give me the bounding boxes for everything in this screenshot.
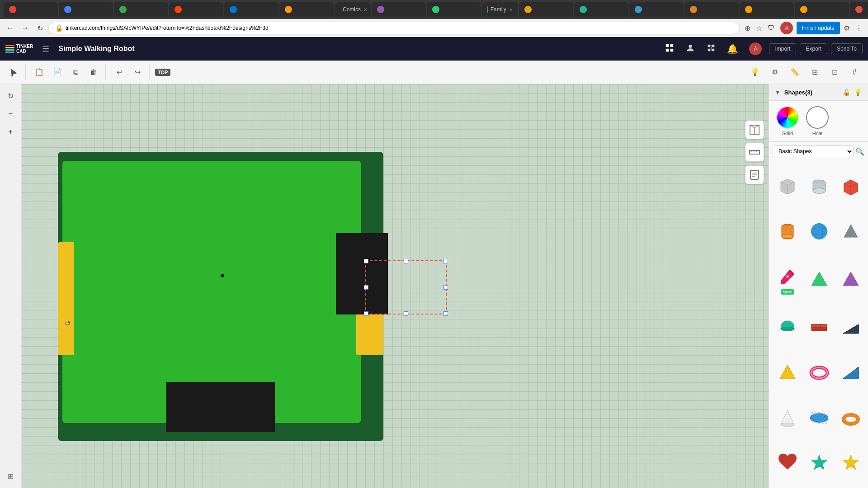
tab-amazon3[interactable] — [795, 2, 849, 17]
shape-item-pyramid-green[interactable] — [804, 255, 834, 305]
tab-amazon2[interactable] — [740, 2, 794, 17]
shape-item-cylinder-orange[interactable] — [773, 210, 802, 253]
shape-item-pyramid-purple[interactable] — [836, 255, 866, 305]
shapes-header-icons: 🔒 💡 — [842, 88, 863, 97]
handle-top-middle[interactable] — [404, 259, 408, 263]
grid-tool-button[interactable]: # — [846, 64, 863, 80]
handle-top-right[interactable] — [443, 259, 448, 263]
tab-3[interactable] — [114, 2, 168, 17]
profile-button[interactable]: A — [778, 20, 795, 36]
hole-option[interactable]: Hole — [806, 106, 829, 136]
collapse-shapes-button[interactable]: ▼ — [774, 89, 781, 96]
shape-item-torus-pink[interactable] — [804, 351, 834, 394]
selection-box[interactable] — [365, 260, 447, 314]
shape-item-torus-orange[interactable] — [836, 396, 866, 440]
shape-item-cylinder-gray[interactable] — [804, 165, 834, 208]
open-tab-button[interactable]: ⊕ — [743, 22, 752, 34]
duplicate-button[interactable]: ⧉ — [67, 64, 84, 80]
tab-family[interactable]: Family ✕ — [482, 2, 518, 17]
user-profile-button[interactable]: A — [745, 41, 765, 57]
shapes-category-dropdown[interactable]: Basic Shapes — [773, 145, 854, 157]
tab-9[interactable] — [427, 2, 481, 17]
shape-item-heart[interactable] — [773, 441, 802, 484]
handle-mid-right[interactable] — [443, 285, 448, 290]
tab-gmail[interactable] — [4, 2, 58, 17]
shape-item-sphere-blue[interactable] — [804, 210, 834, 253]
tab-11[interactable] — [519, 2, 573, 17]
shape-item-box-red[interactable] — [836, 165, 866, 208]
handle-top-left[interactable] — [364, 259, 368, 263]
rotate-view-button[interactable]: ↻ — [3, 88, 19, 104]
zoom-out-left-button[interactable]: − — [3, 106, 19, 122]
canvas-area[interactable]: ↺ — [22, 84, 769, 488]
redo-button[interactable]: ↪ — [129, 64, 146, 80]
isometric-view-button[interactable] — [745, 120, 764, 139]
tab-14[interactable] — [684, 2, 739, 17]
import-button[interactable]: Import — [769, 43, 796, 54]
select-tool-button[interactable] — [5, 64, 22, 80]
shape-item-box-gray[interactable] — [773, 165, 802, 208]
zoom-in-left-button[interactable]: + — [3, 124, 19, 140]
finish-update-button[interactable]: Finish update — [797, 22, 840, 34]
solid-option[interactable]: Solid — [776, 106, 799, 136]
shape-item-brick[interactable] — [804, 306, 834, 350]
shapes-bulb-button[interactable]: 💡 — [853, 88, 863, 97]
notification-button[interactable]: 🔔 — [723, 42, 742, 56]
shield-icon-btn[interactable]: 🛡 — [766, 22, 777, 34]
shape-item-star-yellow[interactable] — [836, 441, 866, 484]
shape-item-prism[interactable] — [836, 210, 866, 253]
ruler-button[interactable] — [745, 143, 764, 162]
connector-button[interactable] — [703, 41, 720, 57]
tab-gdrive[interactable] — [59, 2, 113, 17]
menu-button[interactable]: ⋮ — [854, 22, 864, 34]
back-button[interactable]: ← — [4, 22, 16, 34]
tab-12[interactable] — [574, 2, 628, 17]
address-bar[interactable]: 🔒 — [48, 22, 740, 34]
light-bulb-button[interactable]: 💡 — [747, 64, 763, 80]
tab-amazon1[interactable] — [279, 2, 334, 17]
delete-button[interactable]: 🗑 — [85, 64, 102, 80]
tab-comics[interactable]: Comics ✕ — [335, 2, 371, 17]
tab-17[interactable] — [850, 2, 868, 17]
export-button[interactable]: Export — [800, 43, 827, 54]
bookmark-button[interactable]: ☆ — [754, 22, 764, 34]
shapes-lock-button[interactable]: 🔒 — [842, 88, 851, 97]
shape-item-star-teal[interactable] — [804, 441, 834, 484]
settings-tool-button[interactable]: ⚙ — [767, 64, 783, 80]
shape-item-half-sphere[interactable] — [773, 306, 802, 350]
shape-item-wedge[interactable] — [836, 306, 866, 350]
layer-button[interactable]: ⊞ — [3, 468, 19, 484]
undo-button[interactable]: ↩ — [111, 64, 127, 80]
shape-item-ellipse[interactable] — [804, 396, 834, 440]
extensions-button[interactable]: ⚙ — [842, 22, 852, 34]
sendto-button[interactable]: Send To — [831, 43, 863, 54]
shape-item-pyramid-yellow[interactable] — [773, 351, 802, 394]
handle-bottom-left[interactable] — [364, 311, 368, 316]
handle-mid-left[interactable] — [364, 285, 368, 290]
handle-bottom-right[interactable] — [443, 311, 448, 316]
shapes-search-button[interactable]: 🔍 — [855, 147, 864, 156]
align-button[interactable]: ⊞ — [807, 64, 823, 80]
group-button[interactable]: ⊡ — [826, 64, 843, 80]
copy-button[interactable]: 📋 — [31, 64, 47, 80]
measure-button[interactable]: 📏 — [787, 64, 803, 80]
tab-5[interactable] — [224, 2, 278, 17]
handle-bottom-middle[interactable] — [404, 311, 408, 316]
refresh-button[interactable]: ↻ — [34, 22, 46, 34]
paste-button[interactable]: 📄 — [49, 64, 66, 80]
shape-item-wedge-blue[interactable] — [836, 351, 866, 394]
forward-button[interactable]: → — [19, 22, 32, 34]
shape-item-pen[interactable]: New! — [773, 255, 802, 305]
tab-reddit[interactable] — [169, 2, 223, 17]
notes-button[interactable] — [745, 165, 764, 184]
address-input[interactable] — [66, 25, 733, 31]
grid-view-button[interactable] — [661, 41, 678, 57]
person-view-button[interactable] — [682, 41, 699, 57]
sidebar-toggle-button[interactable]: ☰ — [38, 42, 53, 56]
select-icon — [9, 68, 18, 77]
shape-item-cone[interactable] — [773, 396, 802, 440]
tab-8[interactable] — [372, 2, 426, 17]
tab-13[interactable] — [629, 2, 684, 17]
shape-preview-torus-orange — [839, 406, 863, 430]
rotate-handle[interactable]: ↺ — [65, 319, 74, 328]
